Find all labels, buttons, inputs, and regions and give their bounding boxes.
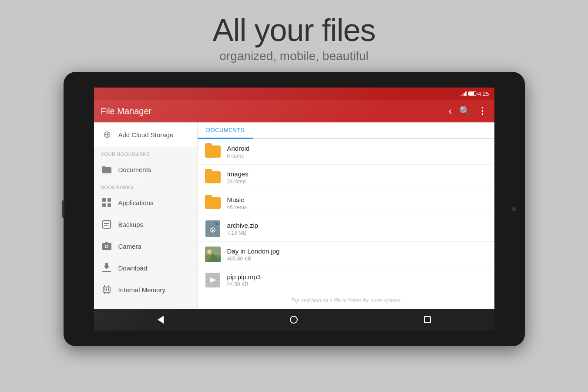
file-info-android: Android 0 items — [227, 145, 487, 159]
file-name-audio: pip pip.mp3 — [227, 273, 487, 280]
svg-rect-5 — [108, 203, 111, 207]
sidebar-item-camera[interactable]: Camera — [94, 235, 197, 257]
nav-recents-icon — [424, 316, 431, 323]
nav-home-icon — [290, 316, 298, 324]
file-name-music: Music — [227, 196, 487, 203]
headline-area: All your files organized, mobile, beauti… — [212, 13, 375, 63]
add-cloud-label: Add Cloud Storage — [118, 131, 174, 139]
file-meta-photo: 465.80 KB — [227, 256, 487, 262]
app-toolbar: File Manager ‹ 🔍 ⋮ — [94, 100, 494, 122]
file-meta-audio: 24.59 KB — [227, 281, 487, 287]
sidebar-backups-label: Backups — [118, 221, 144, 228]
folder-icon-music — [205, 195, 221, 211]
svg-marker-11 — [104, 263, 110, 269]
audio-icon — [205, 272, 221, 288]
sidebar-download-label: Download — [118, 264, 148, 272]
sidebar-item-backups[interactable]: Backups — [94, 213, 197, 235]
headline-subtitle: organized, mobile, beautiful — [212, 49, 375, 63]
file-name-archive: archive.zip — [227, 222, 487, 229]
sidebar: ⊕ Add Cloud Storage YOUR BOOKMARKS Docum… — [94, 122, 198, 309]
tablet-screen: 4:25 File Manager ‹ 🔍 ⋮ ⊕ Add Cloud Stor… — [94, 88, 494, 331]
file-item-android[interactable]: Android 0 items — [198, 139, 494, 165]
file-name-photo: Day in London.jpg — [227, 247, 487, 255]
download-icon — [101, 262, 112, 274]
svg-rect-15 — [106, 288, 107, 291]
folder-icon-images — [205, 169, 221, 186]
svg-rect-4 — [102, 203, 106, 207]
add-cloud-icon: ⊕ — [101, 128, 113, 141]
more-icon[interactable]: ⋮ — [477, 105, 487, 117]
svg-rect-18 — [108, 285, 109, 287]
status-time: 4:25 — [478, 91, 489, 97]
signal-icon — [460, 91, 467, 96]
file-item-audio[interactable]: pip pip.mp3 24.59 KB — [198, 267, 494, 293]
svg-rect-2 — [102, 198, 106, 202]
sidebar-item-download[interactable]: Download — [94, 257, 197, 279]
headline-title: All your files — [212, 13, 375, 47]
nav-recents-button[interactable] — [417, 311, 438, 328]
file-info-audio: pip pip.mp3 24.59 KB — [227, 273, 487, 287]
svg-point-10 — [105, 246, 108, 248]
svg-rect-20 — [108, 292, 109, 294]
file-info-images: Images 24 items — [227, 170, 487, 185]
status-icons: 4:25 — [460, 91, 489, 97]
svg-rect-17 — [104, 285, 105, 287]
bookmarks-label: BOOKMARKS — [94, 180, 197, 192]
tab-documents[interactable]: DOCUMENTS — [198, 122, 253, 139]
svg-rect-7 — [104, 223, 109, 224]
memory-icon — [101, 284, 112, 295]
nav-back-button[interactable] — [150, 311, 171, 328]
svg-rect-16 — [108, 288, 109, 291]
sidebar-item-internal-memory[interactable]: Internal Memory — [94, 279, 197, 301]
add-cloud-button[interactable]: ⊕ Add Cloud Storage — [94, 122, 197, 147]
toolbar-actions: ‹ 🔍 ⋮ — [449, 105, 487, 117]
backup-icon — [101, 219, 112, 230]
file-item-photo[interactable]: Day in London.jpg 465.80 KB — [198, 242, 494, 267]
svg-rect-1 — [102, 166, 106, 168]
grid-icon — [101, 197, 112, 208]
your-bookmarks-label: YOUR BOOKMARKS — [94, 147, 197, 159]
svg-point-27 — [207, 250, 212, 254]
bottom-nav — [94, 309, 494, 331]
file-name-images: Images — [227, 170, 487, 178]
svg-rect-8 — [104, 225, 108, 226]
svg-rect-6 — [103, 220, 111, 228]
nav-home-button[interactable] — [283, 311, 305, 328]
sidebar-applications-label: Applications — [118, 199, 154, 206]
file-item-archive[interactable]: archive.zip 7.16 MB — [198, 216, 494, 242]
zip-icon — [205, 220, 221, 237]
sidebar-item-documents[interactable]: Documents — [94, 159, 197, 180]
file-item-music[interactable]: Music 46 items — [198, 190, 494, 216]
camera-icon — [101, 240, 112, 252]
file-info-photo: Day in London.jpg 465.80 KB — [227, 247, 487, 262]
app-title: File Manager — [101, 106, 152, 116]
svg-rect-3 — [108, 198, 111, 202]
back-icon[interactable]: ‹ — [449, 105, 452, 117]
file-name-android: Android — [227, 145, 487, 152]
battery-icon — [468, 91, 476, 96]
file-meta-music: 46 items — [227, 204, 487, 210]
file-list-hint: Tap and hold on a file or folder for mor… — [198, 293, 494, 308]
folder-icon-android — [205, 143, 221, 160]
tablet-frame: 4:25 File Manager ‹ 🔍 ⋮ ⊕ Add Cloud Stor… — [64, 72, 525, 346]
status-bar: 4:25 — [94, 88, 494, 100]
file-info-music: Music 46 items — [227, 196, 487, 210]
file-info-archive: archive.zip 7.16 MB — [227, 222, 487, 236]
folder-icon — [101, 164, 112, 175]
svg-rect-19 — [104, 292, 105, 294]
file-item-images[interactable]: Images 24 items — [198, 165, 494, 190]
image-icon — [205, 246, 221, 263]
tablet-side-button — [62, 200, 64, 218]
file-meta-images: 24 items — [227, 179, 487, 185]
nav-back-icon — [158, 316, 164, 324]
search-icon[interactable]: 🔍 — [459, 106, 470, 116]
file-list: Android 0 items Images 24 items — [198, 139, 494, 309]
tablet-camera — [512, 207, 516, 211]
sidebar-documents-label: Documents — [118, 166, 151, 173]
file-tab-bar: DOCUMENTS — [198, 122, 494, 139]
svg-rect-12 — [102, 271, 111, 272]
sidebar-internal-memory-label: Internal Memory — [118, 286, 165, 294]
main-content: ⊕ Add Cloud Storage YOUR BOOKMARKS Docum… — [94, 122, 494, 309]
sidebar-item-applications[interactable]: Applications — [94, 192, 197, 213]
svg-rect-0 — [102, 167, 111, 173]
